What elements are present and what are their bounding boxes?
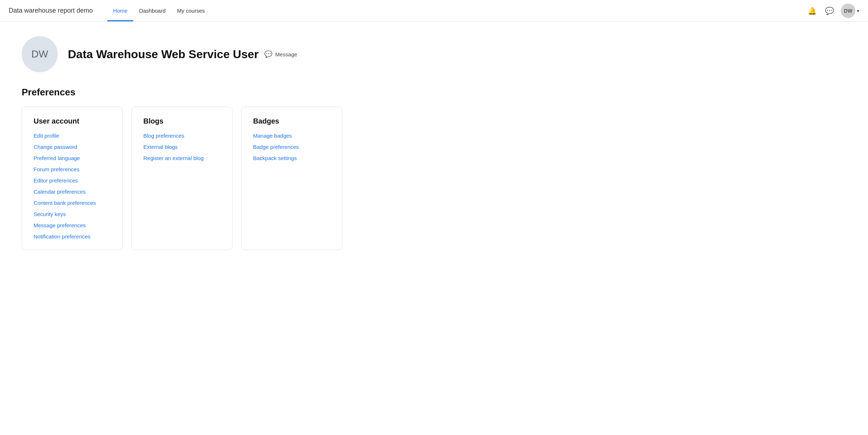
message-button[interactable]: 💬 Message <box>264 50 297 58</box>
notification-icon[interactable]: 🔔 <box>806 5 818 17</box>
profile-name-row: Data Warehouse Web Service User 💬 Messag… <box>68 48 297 61</box>
pref-link-forum-preferences[interactable]: Forum preferences <box>34 166 111 172</box>
pref-link-calendar-preferences[interactable]: Calendar preferences <box>34 189 111 195</box>
chevron-down-icon: ▾ <box>857 8 859 14</box>
pref-card-title-0: User account <box>34 117 111 125</box>
message-label: Message <box>275 51 297 57</box>
pref-link-backpack-settings[interactable]: Backpack settings <box>253 155 330 161</box>
message-nav-icon[interactable]: 💬 <box>824 5 835 17</box>
nav-right: 🔔 💬 DW ▾ <box>806 4 859 18</box>
avatar: DW <box>22 36 58 72</box>
preferences-section: Preferences User accountEdit profileChan… <box>22 87 846 250</box>
nav-links: Home Dashboard My courses <box>107 0 211 21</box>
pref-card-badges: BadgesManage badgesBadge preferencesBack… <box>241 107 342 250</box>
pref-link-message-preferences[interactable]: Message preferences <box>34 222 111 228</box>
pref-card-user-account: User accountEdit profileChange passwordP… <box>22 107 123 250</box>
pref-link-notification-preferences[interactable]: Notification preferences <box>34 233 111 240</box>
user-menu[interactable]: DW ▾ <box>841 4 859 18</box>
profile-header: DW Data Warehouse Web Service User 💬 Mes… <box>22 36 846 72</box>
pref-link-preferred-language[interactable]: Preferred language <box>34 155 111 161</box>
pref-link-edit-profile[interactable]: Edit profile <box>34 133 111 139</box>
preferences-grid: User accountEdit profileChange passwordP… <box>22 107 846 250</box>
pref-link-manage-badges[interactable]: Manage badges <box>253 133 330 139</box>
pref-link-badge-preferences[interactable]: Badge preferences <box>253 144 330 150</box>
profile-info: Data Warehouse Web Service User 💬 Messag… <box>68 48 297 61</box>
pref-link-external-blogs[interactable]: External blogs <box>143 144 221 150</box>
pref-card-blogs: BlogsBlog preferencesExternal blogsRegis… <box>131 107 233 250</box>
pref-card-title-1: Blogs <box>143 117 221 125</box>
nav-link-home[interactable]: Home <box>107 0 133 21</box>
pref-link-change-password[interactable]: Change password <box>34 144 111 150</box>
main-content: DW Data Warehouse Web Service User 💬 Mes… <box>0 22 868 264</box>
pref-link-editor-preferences[interactable]: Editor preferences <box>34 177 111 184</box>
message-icon: 💬 <box>264 50 272 58</box>
pref-card-title-2: Badges <box>253 117 330 125</box>
avatar-initials: DW <box>31 48 48 60</box>
preferences-title: Preferences <box>22 87 846 98</box>
site-brand: Data warehouse report demo <box>9 7 93 14</box>
pref-link-register-an-external-blog[interactable]: Register an external blog <box>143 155 221 161</box>
nav-link-mycourses[interactable]: My courses <box>172 0 211 21</box>
nav-link-dashboard[interactable]: Dashboard <box>133 0 171 21</box>
navbar: Data warehouse report demo Home Dashboar… <box>0 0 868 22</box>
pref-link-content-bank-preferences[interactable]: Content bank preferences <box>34 200 111 206</box>
nav-avatar: DW <box>841 4 855 18</box>
profile-name: Data Warehouse Web Service User <box>68 48 259 61</box>
pref-link-security-keys[interactable]: Security keys <box>34 211 111 217</box>
pref-link-blog-preferences[interactable]: Blog preferences <box>143 133 221 139</box>
